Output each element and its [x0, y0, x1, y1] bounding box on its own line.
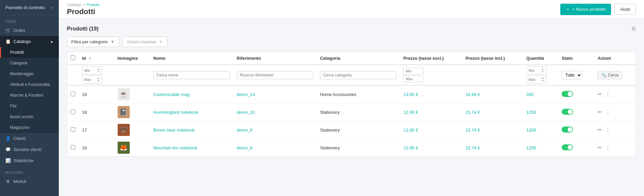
product-link-0[interactable]: Customizable mug — [153, 92, 190, 97]
sidebar-item-file[interactable]: File — [0, 101, 59, 111]
sort-icon-id[interactable]: ▼ — [88, 57, 91, 60]
sidebar-item-servizio[interactable]: 💬 Servizio clienti — [0, 144, 59, 155]
categoria-filter-input[interactable] — [320, 71, 397, 79]
sidebar-item-attributi[interactable]: Attributi e Funzionalità — [0, 79, 59, 90]
azioni-massive-button[interactable]: Azioni massive ▼ — [122, 37, 167, 47]
row-checkbox-1[interactable] — [71, 109, 75, 114]
cerca-label: Cerca — [608, 73, 618, 78]
quantita-min-input[interactable] — [529, 68, 541, 72]
table-row: 16 🦊 Mountain fox notebook demo_8 Statio… — [67, 139, 636, 157]
filter-stato-cell: Tutto — [558, 65, 594, 85]
aiuto-button[interactable]: Aiuto — [614, 4, 636, 15]
breadcrumb-catalogo[interactable]: Catalogo — [67, 3, 82, 7]
sidebar-item-clienti[interactable]: 👤 Clienti — [0, 133, 59, 144]
filtra-label: Filtra per categorie — [71, 39, 108, 44]
id-min-input[interactable] — [84, 68, 96, 72]
riferimento-link-2[interactable]: demo_9 — [237, 128, 252, 133]
toggle-track-3[interactable] — [562, 144, 573, 150]
page-title: Prodotti — [67, 7, 99, 16]
row-riferimento-2: demo_9 — [233, 121, 317, 139]
nome-filter-input[interactable] — [153, 71, 230, 79]
row-prezzo-incl-3: 15,74 € — [462, 139, 523, 157]
row-riferimento-0: demo_14 — [233, 85, 317, 103]
product-link-3[interactable]: Mountain fox notebook — [153, 145, 198, 150]
sidebar-prodotti-label: Prodotti — [10, 50, 24, 55]
row-nome-2: Brown bear notebook — [150, 121, 233, 139]
checkbox-header — [67, 52, 79, 65]
riferimento-link-0[interactable]: demo_14 — [237, 92, 255, 97]
id-min-max: ▲ ▼ ▲ ▼ — [82, 66, 111, 84]
sidebar-item-magazzino[interactable]: Magazzino — [0, 122, 59, 133]
q-max-spinners: ▲ ▼ — [541, 77, 544, 82]
product-link-2[interactable]: Brown bear notebook — [153, 128, 195, 133]
filter-cerca-cell: 🔍 Cerca — [594, 65, 636, 85]
toggle-stato-3[interactable] — [562, 144, 573, 150]
edit-icon-3[interactable]: ✏ — [598, 145, 602, 151]
id-max-input[interactable] — [84, 78, 96, 82]
row-stato-0 — [558, 85, 594, 103]
col-stato-label: Stato — [562, 56, 573, 61]
nuovo-prodotto-button[interactable]: ＋ + Nuovo prodotto — [560, 4, 611, 15]
riferimento-link-1[interactable]: demo_10 — [237, 110, 255, 115]
row-checkbox-0[interactable] — [71, 92, 75, 96]
plus-icon: ＋ — [566, 6, 570, 12]
riferimento-link-3[interactable]: demo_8 — [237, 145, 252, 150]
prezzo-min-wrap — [403, 68, 424, 75]
col-riferimento: Riferimento — [233, 52, 317, 65]
sidebar-item-statistiche[interactable]: 📊 Statistiche — [0, 155, 59, 166]
sidebar-collapse-icon[interactable]: « — [51, 5, 53, 10]
select-all-checkbox[interactable] — [71, 55, 75, 60]
filter-prezzo-incl-cell — [462, 65, 523, 85]
sidebar-item-monitoraggio[interactable]: Monitoraggio — [0, 68, 59, 79]
quantita-max-input[interactable] — [529, 78, 541, 82]
cerca-button[interactable]: 🔍 Cerca — [598, 71, 622, 79]
toggle-track-2[interactable] — [562, 127, 573, 133]
q-max-down[interactable]: ▼ — [541, 80, 544, 82]
row-prezzo-escl-2: 12,90 € — [400, 121, 462, 139]
toggle-stato-1[interactable] — [562, 109, 573, 115]
filter-id-cell: ▲ ▼ ▲ ▼ — [79, 65, 114, 85]
more-icon-0[interactable]: ⋮ — [605, 91, 610, 97]
toggle-stato-2[interactable] — [562, 127, 573, 133]
sidebar-item-buoni[interactable]: Buoni sconto — [0, 111, 59, 122]
sidebar-item-categorie[interactable]: Categorie — [0, 58, 59, 68]
toggle-stato-0[interactable] — [562, 91, 573, 97]
id-max-down[interactable]: ▼ — [97, 80, 100, 82]
row-checkbox-3[interactable] — [71, 145, 75, 150]
product-thumbnail-2: 🐻 — [118, 124, 130, 136]
search-icon: 🔍 — [601, 73, 606, 78]
sidebar-item-marche[interactable]: Marche & Fornitori — [0, 90, 59, 101]
row-quantita-1: 1200 — [523, 103, 559, 121]
row-checkbox-2[interactable] — [71, 127, 75, 132]
prezzo-max-input[interactable] — [406, 77, 422, 81]
more-icon-1[interactable]: ⋮ — [605, 109, 610, 115]
sidebar-item-ordini[interactable]: 🛒 Ordini — [0, 25, 59, 36]
q-min-down[interactable]: ▼ — [541, 70, 544, 73]
more-icon-2[interactable]: ⋮ — [605, 127, 610, 133]
filter-riferimento-cell — [233, 65, 317, 85]
row-azioni-1: ✏ ⋮ — [594, 103, 636, 121]
row-thumb-3: 🦊 — [114, 139, 150, 157]
id-min-down[interactable]: ▼ — [97, 70, 100, 73]
prezzo-min-input[interactable] — [406, 69, 422, 73]
settings-icon[interactable]: ⚙ — [631, 26, 636, 32]
edit-icon-0[interactable]: ✏ — [598, 91, 602, 97]
edit-icon-1[interactable]: ✏ — [598, 109, 602, 115]
sidebar-item-prodotti[interactable]: Prodotti — [0, 47, 59, 58]
toggle-track-0[interactable] — [562, 91, 573, 97]
sidebar-item-moduli[interactable]: ⚙ Moduli — [0, 176, 59, 187]
more-icon-3[interactable]: ⋮ — [605, 145, 610, 151]
riferimento-filter-input[interactable] — [237, 71, 313, 79]
breadcrumb-prodotti: Prodotti — [86, 3, 99, 7]
quantita-min-max: ▲ ▼ ▲ ▼ — [526, 66, 555, 84]
col-immagine: Immagine — [114, 52, 150, 65]
products-header: Prodotti (19) ⚙ — [67, 26, 636, 32]
product-link-1[interactable]: Hummingbird notebook — [153, 110, 198, 115]
azioni-label: Azioni massive — [127, 39, 156, 44]
filtra-categorie-dropdown[interactable]: Filtra per categorie ▼ — [67, 37, 119, 47]
sidebar-item-catalogo[interactable]: 📋 Catalogo ▲ — [0, 36, 59, 47]
toggle-track-1[interactable] — [562, 109, 573, 115]
edit-icon-2[interactable]: ✏ — [598, 127, 602, 133]
row-riferimento-3: demo_8 — [233, 139, 317, 157]
stato-filter-select[interactable]: Tutto — [562, 71, 582, 80]
